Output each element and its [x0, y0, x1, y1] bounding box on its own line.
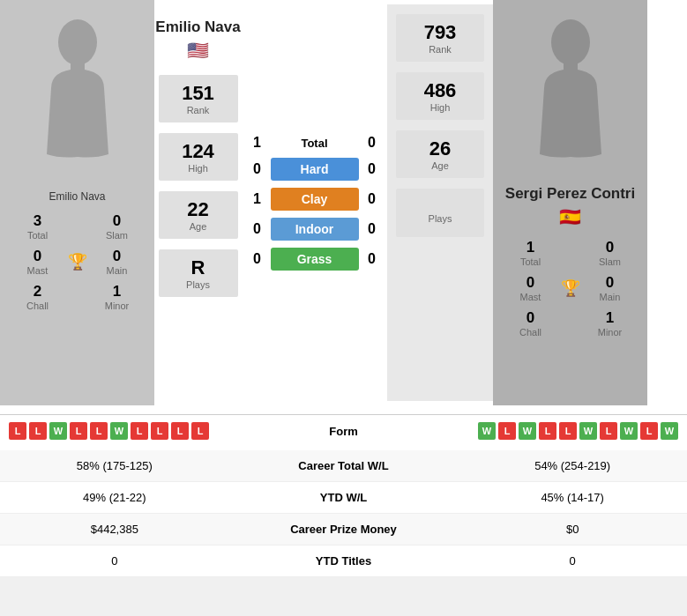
left-plays-value: R — [163, 256, 234, 279]
right-rank-box: 793 Rank — [396, 14, 484, 62]
right-age-label: Age — [400, 160, 480, 171]
right-player-header: Sergi Perez Contri 🇪🇸 — [493, 185, 647, 234]
stat-left-3: 0 — [0, 545, 229, 577]
right-total-score: 0 — [361, 135, 383, 151]
left-slam-stat: 0 Slam — [88, 212, 146, 241]
form-badge-w: W — [661, 422, 678, 440]
right-player-photo: Sergi Perez Contri 🇪🇸 1 Total 0 Slam — [493, 0, 647, 405]
left-rank-label: Rank — [163, 105, 234, 115]
left-player-photo: Emilio Nava 3 Total 0 Slam 0 Ma — [0, 0, 154, 405]
form-badge-l: L — [29, 422, 47, 440]
stat-label-2: Career Prize Money — [229, 514, 459, 545]
left-player-header-name: Emilio Nava — [155, 19, 240, 36]
left-plays-label: Plays — [163, 279, 234, 290]
form-badge-l: L — [9, 422, 26, 440]
right-high-label: High — [400, 102, 480, 113]
grass-row: 0 Grass 0 — [242, 248, 387, 271]
right-plays-box: Plays — [396, 189, 484, 237]
right-mast-stat: 0 Mast — [502, 274, 559, 302]
right-high-value: 486 — [400, 79, 480, 102]
stat-label-3: YTD Titles — [229, 545, 459, 577]
left-player-name-below: Emilio Nava — [0, 185, 154, 208]
player-comparison: Emilio Nava 3 Total 0 Slam 0 Ma — [0, 0, 687, 414]
left-age-box: 22 Age — [159, 191, 238, 239]
left-rank-box: 151 Rank — [159, 75, 238, 122]
form-badge-l: L — [539, 422, 556, 440]
left-minor-stat: 1 Minor — [88, 283, 146, 311]
left-clay-score: 1 — [246, 191, 268, 207]
left-player-header: Emilio Nava 🇺🇸 — [155, 13, 240, 70]
form-badge-l: L — [131, 422, 148, 440]
left-rank-value: 151 — [163, 82, 234, 105]
hard-row: 0 Hard 0 — [242, 158, 387, 181]
left-age-label: Age — [163, 221, 234, 232]
right-chall-stat: 0 Chall — [502, 309, 559, 338]
form-badge-l: L — [559, 422, 577, 440]
form-badge-w: W — [478, 422, 496, 440]
left-main-stat: 0 Main — [88, 248, 146, 276]
right-player-flag: 🇪🇸 — [559, 206, 581, 227]
stats-row-2: $442,385 Career Prize Money $0 — [0, 514, 687, 545]
stat-left-2: $442,385 — [0, 514, 229, 545]
left-high-box: 124 High — [159, 133, 238, 181]
left-hard-score: 0 — [246, 161, 268, 177]
stats-row-0: 58% (175-125) Career Total W/L 54% (254-… — [0, 450, 687, 482]
stat-left-1: 49% (21-22) — [0, 482, 229, 514]
left-chall-minor-row: 2 Chall 1 Minor — [9, 283, 146, 311]
right-trophy-icon: 🏆 — [561, 278, 580, 298]
left-mast-main-row: 0 Mast 🏆 0 Main — [9, 248, 146, 276]
form-badge-w: W — [579, 422, 597, 440]
form-badge-l: L — [600, 422, 617, 440]
left-total-score: 1 — [246, 135, 268, 151]
form-badge-w: W — [110, 422, 128, 440]
right-center-stats: 793 Rank 486 High 26 Age Plays — [387, 4, 493, 401]
form-badge-l: L — [151, 422, 168, 440]
left-plays-box: R Plays — [159, 249, 238, 297]
main-container: Emilio Nava 3 Total 0 Slam 0 Ma — [0, 0, 687, 577]
left-high-value: 124 — [163, 140, 234, 163]
right-age-value: 26 — [400, 137, 480, 160]
right-total-slam-row: 1 Total 0 Slam — [502, 239, 638, 267]
right-minor-stat: 1 Minor — [581, 309, 638, 338]
left-center-stats: Emilio Nava 🇺🇸 151 Rank 124 High 22 Age … — [154, 0, 242, 405]
form-row: LLWLLWLLLL Form WLWLLWLWLW — [9, 422, 678, 440]
form-badge-l: L — [90, 422, 108, 440]
left-chall-stat: 2 Chall — [9, 283, 66, 311]
stat-right-2: $0 — [458, 514, 687, 545]
total-row: 1 Total 0 — [242, 135, 387, 151]
right-total-stat: 1 Total — [502, 239, 559, 267]
left-age-value: 22 — [163, 198, 234, 221]
right-age-box: 26 Age — [396, 130, 484, 178]
left-total-stat: 3 Total — [9, 212, 66, 241]
form-badge-w: W — [519, 422, 536, 440]
total-label: Total — [301, 137, 327, 150]
stat-right-3: 0 — [458, 545, 687, 577]
right-clay-score: 0 — [361, 191, 383, 207]
form-badge-w: W — [49, 422, 67, 440]
left-total-slam-row: 3 Total 0 Slam — [9, 212, 146, 241]
left-high-label: High — [163, 163, 234, 174]
form-badge-l: L — [498, 422, 516, 440]
stat-right-0: 54% (254-219) — [458, 450, 687, 482]
stat-left-0: 58% (175-125) — [0, 450, 229, 482]
form-badge-l: L — [70, 422, 87, 440]
svg-point-2 — [551, 19, 590, 65]
right-rank-value: 793 — [400, 21, 480, 44]
courts-column: 1 Total 0 0 Hard 0 1 Clay 0 0 Indoor 0 — [242, 0, 387, 405]
right-form-badges: WLWLLWLWLW — [478, 422, 678, 440]
form-badge-l: L — [640, 422, 658, 440]
stat-right-1: 45% (14-17) — [458, 482, 687, 514]
right-high-box: 486 High — [396, 72, 484, 120]
form-badge-w: W — [620, 422, 638, 440]
right-hard-score: 0 — [361, 161, 383, 177]
right-indoor-score: 0 — [361, 221, 383, 237]
left-player-flag: 🇺🇸 — [155, 40, 240, 61]
form-badge-l: L — [171, 422, 189, 440]
right-grass-score: 0 — [361, 251, 383, 267]
form-badge-l: L — [191, 422, 209, 440]
grass-badge: Grass — [271, 248, 359, 271]
right-mast-main-row: 0 Mast 🏆 0 Main — [502, 274, 638, 302]
left-trophy-icon: 🏆 — [68, 252, 87, 271]
right-chall-minor-row: 0 Chall 1 Minor — [502, 309, 638, 338]
svg-point-0 — [58, 19, 97, 65]
